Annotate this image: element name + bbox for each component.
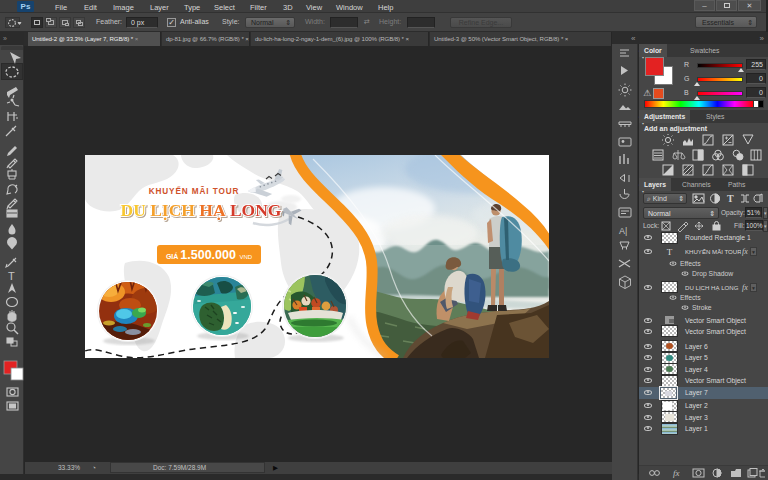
svg-text:fx: fx xyxy=(673,468,680,478)
svg-text:A|: A| xyxy=(619,226,627,236)
svg-text:KHUYẾN MÃI TOUR: KHUYẾN MÃI TOUR xyxy=(149,186,240,196)
svg-text:T: T xyxy=(727,193,734,204)
svg-text:DU LỊCH HẠ LONG: DU LỊCH HẠ LONG xyxy=(121,200,282,220)
svg-text:T: T xyxy=(8,270,15,282)
